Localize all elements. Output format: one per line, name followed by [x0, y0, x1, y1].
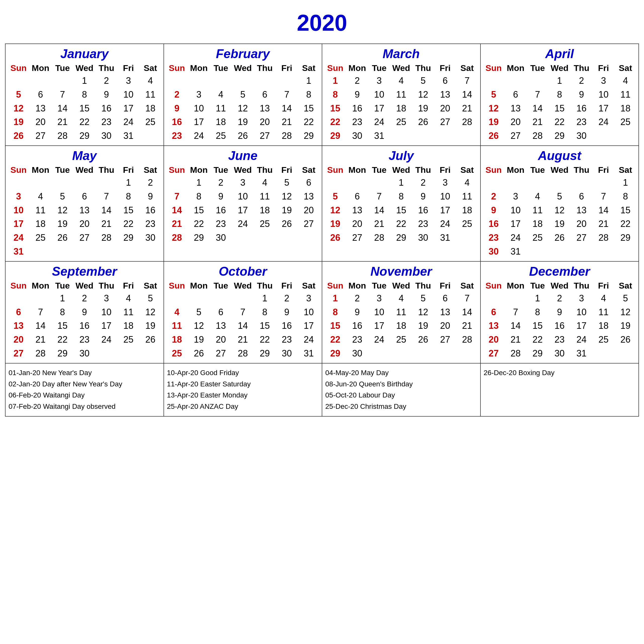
day-cell: 14: [166, 204, 188, 217]
day-cell: 7: [276, 88, 298, 102]
day-cell: 18: [390, 102, 412, 115]
day-cell: 30: [571, 129, 592, 143]
day-cell: [527, 176, 548, 190]
day-cell: 8: [298, 88, 320, 102]
day-cell: 23: [549, 333, 571, 347]
day-cell: [52, 245, 73, 259]
day-cell: 10: [8, 204, 29, 217]
day-cell: 23: [346, 115, 368, 129]
day-cell: 5: [483, 88, 505, 102]
day-cell: 26: [276, 217, 298, 231]
day-header-sat: Sat: [139, 165, 161, 175]
day-cell: 10: [571, 305, 592, 319]
day-cell: 26: [483, 129, 505, 143]
day-header-tue: Tue: [368, 63, 390, 73]
day-cell: 31: [298, 347, 320, 360]
day-header-tue: Tue: [52, 165, 73, 175]
day-header-tue: Tue: [527, 63, 548, 73]
day-cell: 14: [527, 102, 548, 115]
day-cell: 29: [188, 231, 210, 245]
day-cell: 15: [527, 319, 548, 333]
day-cell: 1: [527, 292, 548, 305]
day-cell: 11: [592, 305, 614, 319]
day-cell: 13: [29, 102, 51, 115]
day-header-fri: Fri: [276, 165, 298, 175]
day-cell: [254, 231, 276, 245]
day-cell: 25: [527, 231, 548, 245]
day-cell: [139, 245, 161, 259]
day-cell: 21: [505, 333, 527, 347]
day-cell: 26: [615, 333, 636, 347]
month-cell-april: AprilSunMonTueWedThuFriSat12345678910111…: [481, 44, 639, 146]
day-header-fri: Fri: [434, 63, 456, 73]
day-cell: 1: [615, 176, 636, 190]
day-cell: [52, 74, 73, 88]
day-cell: 15: [549, 102, 571, 115]
day-cell: [615, 245, 636, 259]
day-cell: 2: [549, 292, 571, 305]
day-header-tue: Tue: [52, 63, 73, 73]
day-cell: 3: [298, 292, 320, 305]
day-cell: 20: [254, 115, 276, 129]
day-cell: [505, 292, 527, 305]
day-header-wed: Wed: [549, 165, 571, 175]
day-header-wed: Wed: [549, 63, 571, 73]
day-header-thu: Thu: [571, 63, 592, 73]
day-cell: 14: [52, 102, 73, 115]
holiday-col-1: 10-Apr-20 Good Friday11-Apr-20 Easter Sa…: [164, 364, 323, 416]
day-cell: 1: [298, 74, 320, 88]
day-header-wed: Wed: [232, 281, 254, 291]
day-header-sat: Sat: [298, 281, 320, 291]
day-cell: 19: [276, 204, 298, 217]
day-cell: 6: [210, 305, 232, 319]
day-cell: 22: [188, 217, 210, 231]
day-cell: 30: [483, 245, 505, 259]
weeks-grid: 1234567891011121314151617181920212223242…: [8, 74, 162, 143]
day-header-fri: Fri: [117, 281, 139, 291]
day-cell: [29, 176, 51, 190]
day-cell: [549, 245, 571, 259]
holiday-entry: 04-May-20 May Day: [325, 367, 477, 379]
day-cell: [29, 292, 51, 305]
day-cell: 7: [592, 190, 614, 204]
day-cell: [166, 292, 188, 305]
day-cell: [592, 347, 614, 360]
day-header-sun: Sun: [166, 63, 188, 73]
month-cell-november: NovemberSunMonTueWedThuFriSat12345678910…: [322, 262, 481, 364]
holiday-entry: 25-Apr-20 ANZAC Day: [167, 401, 319, 412]
month-cell-october: OctoberSunMonTueWedThuFriSat123456789101…: [164, 262, 323, 364]
day-cell: 2: [210, 176, 232, 190]
weeks-grid: 1234567891011121314151617181920212223242…: [166, 74, 320, 143]
day-cell: 12: [412, 88, 434, 102]
day-cell: [368, 176, 390, 190]
day-cell: 29: [615, 231, 636, 245]
day-header-tue: Tue: [527, 165, 548, 175]
day-cell: 24: [298, 333, 320, 347]
day-cell: 26: [324, 231, 346, 245]
day-cell: [592, 245, 614, 259]
day-cell: 15: [188, 204, 210, 217]
day-cell: [592, 129, 614, 143]
month-cell-july: JulySunMonTueWedThuFriSat123456789101112…: [322, 146, 481, 262]
day-cell: [456, 347, 478, 360]
day-cell: 18: [139, 102, 161, 115]
day-cell: 3: [232, 176, 254, 190]
day-header-thu: Thu: [254, 165, 276, 175]
day-cell: [210, 292, 232, 305]
day-cell: [483, 292, 505, 305]
day-headers: SunMonTueWedThuFriSat: [166, 165, 320, 175]
day-header-mon: Mon: [505, 281, 527, 291]
day-cell: 27: [254, 129, 276, 143]
day-cell: 15: [324, 102, 346, 115]
day-cell: 25: [29, 231, 51, 245]
day-cell: 23: [210, 217, 232, 231]
day-cell: [571, 245, 592, 259]
holiday-entry: 08-Jun-20 Queen's Birthday: [325, 379, 477, 390]
day-header-sat: Sat: [615, 165, 636, 175]
day-cell: 17: [368, 319, 390, 333]
day-cell: 15: [390, 204, 412, 217]
day-cell: 18: [592, 319, 614, 333]
day-cell: 26: [549, 231, 571, 245]
day-cell: 18: [254, 204, 276, 217]
day-cell: 17: [368, 102, 390, 115]
